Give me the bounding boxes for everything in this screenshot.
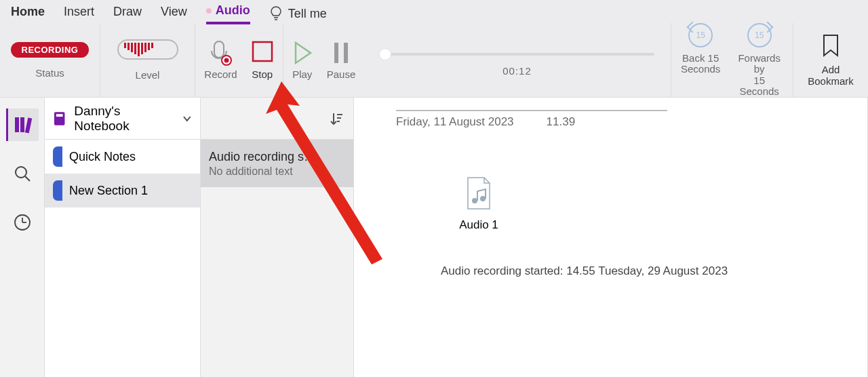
clock-icon xyxy=(14,214,31,231)
play-pause-group: Play Pause xyxy=(283,23,363,97)
svg-rect-2 xyxy=(214,41,224,58)
pages-header xyxy=(201,98,353,140)
level-group: Level xyxy=(100,23,195,97)
pause-button[interactable]: Pause xyxy=(327,40,356,80)
seek-group: 15 Back 15Seconds 15 Forwards by15 Secon… xyxy=(671,23,793,97)
level-meter xyxy=(117,39,178,60)
svg-rect-17 xyxy=(54,112,65,125)
section-label: New Section 1 xyxy=(69,184,148,198)
svg-point-4 xyxy=(224,58,229,63)
main-area: Danny's Notebook Quick Notes New Section… xyxy=(0,98,868,377)
page-audio-recording[interactable]: Audio recording s… No additional text xyxy=(201,140,353,187)
stop-icon xyxy=(251,40,274,66)
forward-15-button[interactable]: 15 Forwards by15 Seconds xyxy=(735,23,783,98)
playback-time: 00:12 xyxy=(502,65,532,77)
svg-rect-9 xyxy=(15,117,19,132)
tab-insert[interactable]: Insert xyxy=(64,5,94,23)
playback-timeline-group: 00:12 xyxy=(363,23,671,97)
search-rail-button[interactable] xyxy=(6,157,39,190)
tell-me-search[interactable]: Tell me xyxy=(269,5,327,22)
chevron-down-icon xyxy=(182,114,192,123)
playback-slider[interactable] xyxy=(380,53,654,56)
pause-icon xyxy=(332,40,351,66)
svg-line-13 xyxy=(25,176,30,181)
notebook-selector[interactable]: Danny's Notebook xyxy=(45,98,200,140)
audio-ribbon: RECORDING Status Level Record xyxy=(0,23,868,98)
recording-dot-icon xyxy=(206,8,212,14)
sort-icon[interactable] xyxy=(329,111,344,126)
svg-rect-5 xyxy=(253,42,272,61)
back-15-icon: 15 xyxy=(688,23,713,47)
ribbon-tabs: Home Insert Draw View Audio Tell me xyxy=(0,0,868,23)
svg-point-12 xyxy=(16,167,26,178)
tab-draw[interactable]: Draw xyxy=(113,5,142,23)
note-time: 11.39 xyxy=(547,115,576,129)
notebook-name: Danny's Notebook xyxy=(74,104,176,134)
back-15-button[interactable]: 15 Back 15Seconds xyxy=(681,23,720,98)
tab-home[interactable]: Home xyxy=(11,5,45,23)
play-button[interactable]: Play xyxy=(292,40,313,80)
lightbulb-icon xyxy=(269,5,283,22)
svg-marker-6 xyxy=(296,43,311,63)
note-title-underline xyxy=(396,110,667,111)
forward-15-icon: 15 xyxy=(747,23,772,47)
svg-rect-11 xyxy=(25,118,32,134)
svg-rect-8 xyxy=(344,43,348,63)
left-rail xyxy=(0,98,45,377)
level-bars-icon xyxy=(124,43,153,56)
note-canvas[interactable]: Friday, 11 August 2023 11.39 Audio 1 Aud… xyxy=(354,98,868,377)
page-subtitle: No additional text xyxy=(209,165,293,178)
bookmark-group: AddBookmark xyxy=(793,23,868,97)
audio-attachment[interactable]: Audio 1 xyxy=(452,176,506,232)
svg-rect-10 xyxy=(20,117,24,132)
stop-button[interactable]: Stop xyxy=(251,40,274,80)
section-label: Quick Notes xyxy=(69,150,136,164)
status-label: Status xyxy=(35,67,64,79)
audio-file-icon xyxy=(465,176,492,210)
recording-started-text: Audio recording started: 14.55 Tuesday, … xyxy=(441,264,835,278)
add-bookmark-button[interactable]: AddBookmark xyxy=(808,33,854,87)
panels: Danny's Notebook Quick Notes New Section… xyxy=(45,98,868,377)
level-label: Level xyxy=(136,69,160,81)
play-icon xyxy=(292,40,313,66)
record-stop-group: Record Stop xyxy=(195,23,283,97)
svg-point-23 xyxy=(472,198,477,203)
bookmark-icon xyxy=(821,33,841,59)
section-quick-notes[interactable]: Quick Notes xyxy=(45,140,200,174)
audio-filename: Audio 1 xyxy=(452,218,506,232)
notebooks-icon xyxy=(14,115,33,134)
svg-rect-7 xyxy=(334,43,338,63)
tab-view[interactable]: View xyxy=(161,5,187,23)
notebook-icon xyxy=(53,111,67,127)
search-icon xyxy=(14,165,31,182)
note-date: Friday, 11 August 2023 xyxy=(396,115,514,129)
recent-rail-button[interactable] xyxy=(6,206,39,239)
record-button[interactable]: Record xyxy=(204,40,237,80)
recording-status-badge: RECORDING xyxy=(11,42,90,58)
notebooks-rail-button[interactable] xyxy=(6,108,39,141)
svg-rect-18 xyxy=(56,114,63,117)
status-group: RECORDING Status xyxy=(0,23,100,97)
sections-column: Danny's Notebook Quick Notes New Section… xyxy=(45,98,201,377)
record-icon xyxy=(210,40,233,66)
section-new-section-1[interactable]: New Section 1 xyxy=(45,174,200,207)
section-tab-icon xyxy=(53,180,62,201)
playback-thumb[interactable] xyxy=(379,48,391,60)
page-title: Audio recording s… xyxy=(209,150,345,164)
section-tab-icon xyxy=(53,146,62,167)
tab-audio[interactable]: Audio xyxy=(206,3,250,24)
pages-column: Audio recording s… No additional text xyxy=(201,98,354,377)
svg-point-24 xyxy=(480,196,486,201)
